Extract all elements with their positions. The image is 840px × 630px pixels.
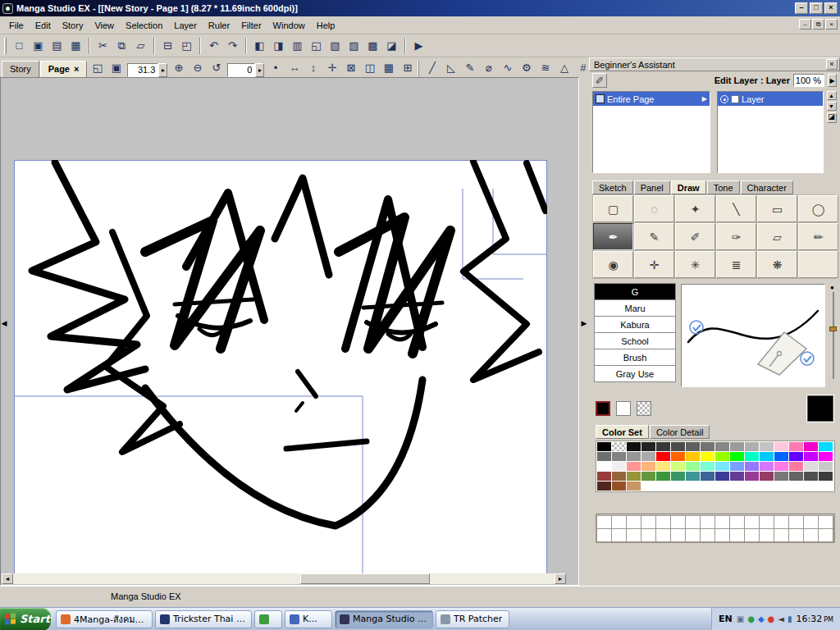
palette-swatch[interactable] — [701, 472, 714, 481]
empty-well[interactable] — [671, 529, 685, 541]
history-panel-icon[interactable]: ▩ — [363, 37, 382, 55]
menu-item[interactable]: Layer — [168, 19, 203, 32]
palette-swatch[interactable] — [804, 472, 818, 481]
palette-swatch[interactable] — [597, 482, 611, 491]
layer-scroll-up-icon[interactable]: ▲ — [827, 91, 837, 100]
print-icon[interactable]: ⊟ — [158, 37, 177, 55]
palette-swatch[interactable] — [686, 442, 700, 451]
messenger-tray-icon[interactable]: ◆ — [758, 615, 765, 623]
menu-item[interactable]: Ruler — [203, 19, 235, 32]
palette-swatch[interactable] — [774, 482, 788, 491]
palette-swatch[interactable] — [641, 452, 655, 461]
palette-swatch[interactable] — [760, 482, 774, 491]
brush-tool[interactable]: ✏ — [798, 223, 838, 250]
palette-swatch[interactable] — [745, 482, 759, 491]
palette-swatch[interactable] — [804, 462, 818, 471]
task-messenger[interactable] — [254, 610, 282, 628]
undo-icon[interactable]: ↶ — [204, 37, 223, 55]
zoom-out-icon[interactable]: ⊖ — [188, 58, 207, 76]
palette-swatch[interactable] — [789, 462, 803, 471]
empty-well[interactable] — [656, 516, 670, 528]
empty-well[interactable] — [612, 529, 626, 541]
pen-type-item[interactable]: Kabura — [594, 316, 676, 333]
play-action-icon[interactable]: ▶ — [409, 37, 428, 55]
pen-type-item[interactable]: School — [594, 332, 676, 349]
menu-item[interactable]: Window — [267, 19, 311, 32]
menu-item[interactable]: File — [3, 19, 30, 32]
menu-item[interactable]: View — [89, 19, 120, 32]
ellipse-tool[interactable]: ◯ — [798, 195, 838, 222]
black-ink-swatch[interactable] — [596, 401, 610, 416]
task-trickster[interactable]: Trickster Thai World... — [155, 610, 252, 628]
tones-panel-icon[interactable]: ▨ — [345, 37, 363, 55]
scrollbar-track[interactable] — [13, 573, 555, 584]
palette-swatch[interactable] — [627, 482, 641, 491]
expand-item-icon[interactable]: ▶ — [702, 95, 707, 103]
entire-page-item[interactable]: Entire Page ▶ — [593, 92, 710, 106]
empty-well[interactable] — [760, 516, 774, 528]
palette-swatch[interactable] — [760, 462, 774, 471]
marquee-tool[interactable]: ▢ — [593, 195, 633, 222]
circle-ruler-icon[interactable]: ⌀ — [479, 58, 498, 76]
perspective-ruler-icon[interactable]: △ — [555, 58, 573, 76]
eyedropper-tool[interactable]: ◉ — [593, 251, 633, 278]
palette-swatch[interactable] — [641, 472, 655, 481]
empty-well[interactable] — [774, 516, 788, 528]
palette-swatch[interactable] — [597, 442, 611, 451]
rotation-spinner-icon[interactable]: ▸ — [255, 63, 264, 77]
maximize-button[interactable]: □ — [810, 2, 823, 14]
symmetry-ruler-icon[interactable]: ⚙ — [517, 58, 536, 76]
scroll-vertical-icon[interactable]: ↕ — [304, 58, 322, 76]
empty-well[interactable] — [686, 516, 700, 528]
layer-list[interactable]: Layer — [717, 91, 824, 173]
tab-color-detail[interactable]: Color Detail — [650, 425, 710, 439]
magic-wand-tool[interactable]: ✦ — [675, 195, 715, 222]
palette-swatch[interactable] — [656, 462, 670, 471]
empty-well[interactable] — [597, 529, 611, 541]
palette-swatch[interactable] — [819, 462, 833, 471]
empty-well[interactable] — [819, 529, 833, 541]
antivirus-tray-icon[interactable]: ● — [747, 615, 755, 623]
palette-swatch[interactable] — [745, 452, 759, 461]
empty-well[interactable] — [745, 529, 759, 541]
palette-swatch[interactable] — [819, 452, 833, 461]
palette-swatch[interactable] — [715, 482, 729, 491]
layer-visibility-icon[interactable] — [720, 95, 728, 103]
page-tab-close-icon[interactable]: × — [74, 64, 79, 77]
usb-tray-icon[interactable]: ▮ — [788, 615, 792, 623]
triangle-ruler-icon[interactable]: ◺ — [441, 58, 460, 76]
doc-close-button[interactable]: × — [825, 19, 838, 30]
palette-swatch[interactable] — [789, 472, 803, 481]
palette-swatch[interactable] — [641, 442, 655, 451]
page-structure-list[interactable]: Entire Page ▶ — [592, 91, 710, 173]
palette-swatch[interactable] — [730, 462, 744, 471]
rectangle-tool[interactable]: ▭ — [757, 195, 797, 222]
palette-swatch[interactable] — [774, 452, 788, 461]
menu-item[interactable]: Help — [311, 19, 341, 32]
palette-swatch[interactable] — [627, 472, 641, 481]
crowquill-tool[interactable]: ✑ — [716, 223, 756, 250]
palette-swatch[interactable] — [715, 442, 729, 451]
canvas[interactable]: ◄ ► — [0, 77, 579, 586]
tab-sketch[interactable]: Sketch — [592, 180, 633, 194]
empty-tool-slot[interactable] — [798, 251, 838, 278]
doc-restore-button[interactable]: ⧉ — [812, 19, 824, 30]
palette-swatch[interactable] — [774, 442, 788, 451]
airbrush-tool[interactable]: ✳ — [675, 251, 715, 278]
actual-pixels-icon[interactable]: ▣ — [107, 58, 126, 76]
palette-swatch[interactable] — [627, 442, 641, 451]
pen-type-item[interactable]: G — [594, 283, 676, 300]
graphics-tray-icon[interactable]: ● — [768, 615, 775, 623]
cut-icon[interactable]: ✂ — [94, 37, 112, 55]
page-list-body[interactable] — [593, 106, 710, 174]
palette-swatch[interactable] — [804, 452, 818, 461]
redo-icon[interactable]: ↷ — [223, 37, 242, 55]
palette-swatch[interactable] — [804, 482, 818, 491]
palette-swatch[interactable] — [641, 462, 655, 471]
palette-swatch[interactable] — [745, 472, 759, 481]
ime-tray-icon[interactable]: ▣ — [737, 615, 744, 623]
page-panel-icon[interactable]: ◨ — [269, 37, 288, 55]
palette-swatch[interactable] — [715, 472, 729, 481]
empty-well[interactable] — [641, 529, 655, 541]
assistant-pen-icon[interactable]: ✐ — [592, 73, 607, 88]
